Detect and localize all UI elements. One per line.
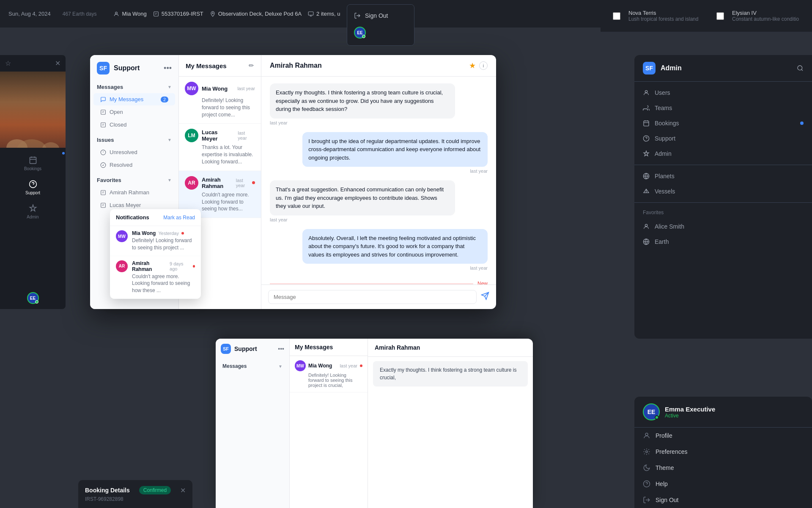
- right-nav-teams[interactable]: Teams: [634, 100, 812, 116]
- booking-ref: 553370169-IRST: [153, 11, 203, 17]
- unresolved-icon: [100, 149, 106, 155]
- notifications-header: Notifications Mark as Read: [110, 209, 201, 226]
- sidebar-resolved[interactable]: Resolved: [93, 159, 175, 171]
- bookmark-icon[interactable]: ☆: [5, 59, 11, 67]
- send-icon: [481, 292, 489, 300]
- bottom-chat-preview: Exactly my thoughts. I think fostering a…: [373, 361, 528, 387]
- issues-section: Issues ▼ Unresolved Resolved: [90, 134, 178, 171]
- right-nav-users[interactable]: Users: [634, 85, 812, 100]
- message-input[interactable]: [268, 290, 477, 304]
- bottom-avatar-mia: MW: [295, 360, 306, 371]
- support-more-button[interactable]: •••: [164, 64, 172, 73]
- nova-terris-theme: Nova Terris Lush tropical forests and is…: [609, 10, 700, 22]
- earth-icon: [643, 238, 650, 245]
- sidebar-closed[interactable]: Closed: [93, 119, 175, 131]
- closed-icon: [100, 122, 106, 128]
- profile-menu-preferences[interactable]: Preferences: [634, 444, 812, 460]
- profile-user-section: EE Emma Executive Active: [634, 397, 812, 428]
- bottom-sf-logo: SF: [221, 344, 231, 354]
- bottom-support-sidebar: SF Support ••• Messages ▼: [216, 339, 290, 508]
- right-nav-alice[interactable]: Alice Smith: [634, 219, 812, 234]
- avatar-mia: MW: [185, 82, 198, 95]
- booking-close-button[interactable]: ✕: [180, 486, 186, 494]
- notif-dot-mia: [181, 232, 184, 235]
- favorites-section-toggle[interactable]: Favorites ▼: [90, 174, 178, 186]
- mark-read-button[interactable]: Mark as Read: [163, 215, 195, 221]
- right-nav-bookings[interactable]: Bookings: [634, 116, 812, 131]
- message-header-amirah: AR Amirah Rahman last year: [185, 176, 255, 190]
- right-nav-support[interactable]: Support: [634, 131, 812, 146]
- sidebar-open[interactable]: Open: [93, 106, 175, 118]
- profile-menu-signout[interactable]: Sign Out: [634, 492, 812, 508]
- support-nav-icon: [643, 135, 650, 142]
- support-header: SF Support •••: [90, 62, 178, 81]
- right-nav-admin[interactable]: Admin: [634, 146, 812, 161]
- notif-avatar-amirah: AR: [116, 260, 128, 272]
- admin-sf-logo: SF: [643, 62, 656, 75]
- bottom-support-header: SF Support •••: [216, 344, 289, 359]
- notification-amirah[interactable]: AR Amirah Rahman 9 days ago Couldn't agr…: [110, 256, 201, 299]
- profile-menu-user-icon: [643, 432, 650, 439]
- compose-button[interactable]: ✏: [249, 62, 254, 69]
- right-nav-earth[interactable]: Earth: [634, 234, 812, 249]
- chat-msg-3: That's a great suggestion. Enhanced comm…: [270, 180, 488, 222]
- svg-point-2: [212, 12, 213, 14]
- teams-nav-icon: [643, 105, 650, 111]
- nav-admin[interactable]: Admin: [0, 199, 66, 224]
- issues-section-toggle[interactable]: Issues ▼: [90, 134, 178, 146]
- date: Sun, Aug 4, 2024: [8, 11, 51, 17]
- info-button[interactable]: i: [479, 61, 488, 70]
- close-left-icon[interactable]: ✕: [55, 59, 60, 67]
- svg-point-0: [115, 12, 118, 14]
- issues-chevron: ▼: [167, 138, 172, 142]
- message-item-lucas[interactable]: LM Lucas Meyer last year Thanks a lot. Y…: [179, 124, 261, 171]
- right-nav-vessels[interactable]: Vessels: [634, 184, 812, 199]
- chat-msg-1: Exactly my thoughts. I think fostering a…: [270, 83, 488, 125]
- bookings-icon: [29, 156, 37, 164]
- profile-menu-theme[interactable]: Theme: [634, 460, 812, 476]
- message-item-mia[interactable]: MW Mia Wong last year Definitely! Lookin…: [179, 77, 261, 124]
- sf-logo: SF: [97, 62, 110, 75]
- bookings-dot: [62, 152, 65, 155]
- favorites-chevron: ▼: [167, 178, 172, 182]
- bottom-messages-header: My Messages: [290, 339, 368, 356]
- sidebar-unresolved[interactable]: Unresolved: [93, 146, 175, 158]
- notification-mia[interactable]: MW Mia Wong Yesterday Definitely! Lookin…: [110, 226, 201, 256]
- bottom-msg-mia[interactable]: MW Mia Wong last year Definitely! Lookin…: [290, 356, 368, 392]
- messages-section-toggle[interactable]: Messages ▼: [90, 81, 178, 93]
- send-button[interactable]: [481, 292, 489, 302]
- bookings-nav-dot: [800, 121, 804, 125]
- right-nav-planets[interactable]: Planets: [634, 168, 812, 184]
- nova-terris-toggle[interactable]: [609, 12, 624, 20]
- earth-days: 467 Earth days: [63, 11, 97, 17]
- bottom-messages-toggle[interactable]: Messages ▼: [219, 361, 286, 372]
- notif-avatar-mia: MW: [116, 230, 128, 242]
- ee-avatar-left[interactable]: EE: [27, 292, 39, 304]
- admin-icon: [29, 204, 37, 213]
- booking-location: Observation Deck, Deluxe Pod 6A: [210, 11, 302, 17]
- confirmed-badge: Confirmed: [139, 486, 171, 494]
- nav-bookings[interactable]: Bookings: [0, 151, 66, 175]
- svg-point-27: [646, 451, 648, 453]
- sidebar-my-messages[interactable]: My Messages 2: [93, 93, 175, 105]
- messages-icon: [100, 97, 106, 102]
- profile-menu-profile[interactable]: Profile: [634, 428, 812, 444]
- bottom-more-button[interactable]: •••: [278, 345, 284, 352]
- elysian-iv-toggle[interactable]: [713, 12, 728, 20]
- star-button[interactable]: ★: [469, 61, 476, 70]
- signout-dropdown: Sign Out EE: [347, 4, 414, 46]
- booking-details-card: Booking Details Confirmed ✕ IRST-9692828…: [78, 480, 192, 508]
- favorites-header: Favorites: [634, 206, 812, 219]
- signout-icon: [354, 12, 361, 19]
- svg-point-17: [645, 91, 647, 93]
- profile-menu-help[interactable]: Help: [634, 476, 812, 492]
- nav-support[interactable]: Support: [0, 175, 66, 199]
- message-header-mia: MW Mia Wong last year: [185, 82, 255, 95]
- sidebar-amirah[interactable]: Amirah Rahman: [93, 186, 175, 199]
- admin-search-icon[interactable]: [797, 65, 804, 72]
- vessels-icon: [643, 188, 650, 195]
- svg-rect-18: [644, 121, 649, 126]
- chat-messages: Exactly my thoughts. I think fostering a…: [261, 77, 496, 284]
- sign-out-item[interactable]: Sign Out: [347, 8, 414, 23]
- help-icon: [643, 480, 650, 488]
